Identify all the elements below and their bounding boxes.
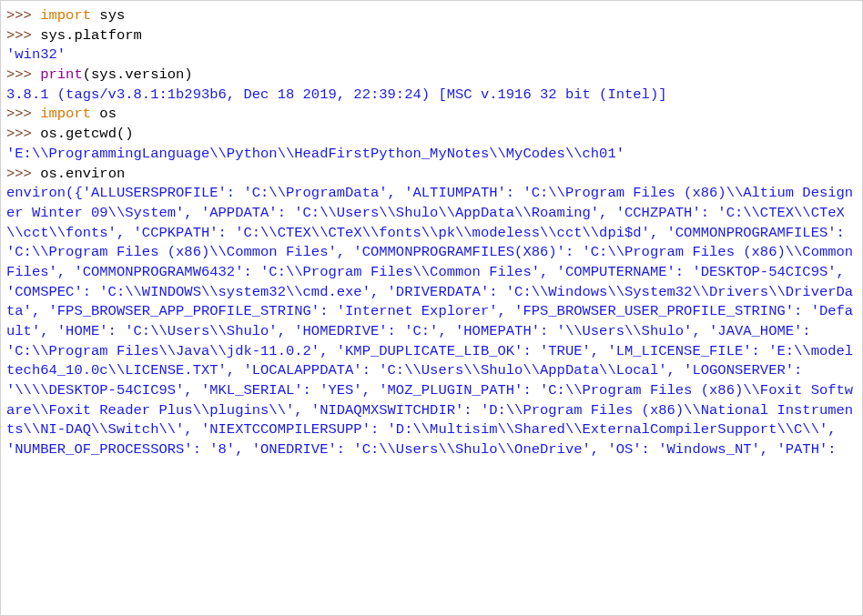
expr: os.getcwd()	[40, 126, 133, 142]
module-sys: sys	[99, 7, 125, 24]
repl-line-getcwd: >>> os.getcwd()	[6, 125, 857, 145]
output-text: environ({'ALLUSERSPROFILE': 'C:\\Program…	[6, 185, 861, 458]
repl-line-print-version: >>> print(sys.version)	[6, 66, 857, 86]
repl-output-platform: 'win32'	[6, 45, 857, 66]
repl-output-version: 3.8.1 (tags/v3.8.1:1b293b6, Dec 18 2019,…	[6, 86, 857, 106]
prompt: >>>	[6, 7, 40, 24]
keyword-import: import	[40, 7, 91, 24]
output-text: 'win32'	[6, 46, 66, 63]
space	[91, 106, 99, 122]
prompt: >>>	[6, 106, 40, 122]
prompt: >>>	[6, 27, 40, 44]
module-os: os	[99, 106, 117, 122]
output-text: 'E:\\ProgrammingLanguage\\Python\\HeadFi…	[6, 146, 624, 162]
repl-line-import-sys: >>> import sys	[6, 6, 857, 26]
repl-output-environ: environ({'ALLUSERSPROFILE': 'C:\\Program…	[6, 184, 857, 460]
repl-output-cwd: 'E:\\ProgrammingLanguage\\Python\\HeadFi…	[6, 145, 857, 165]
prompt: >>>	[6, 66, 40, 83]
expr: os.environ	[40, 166, 125, 182]
prompt: >>>	[6, 126, 40, 142]
output-text: 3.8.1 (tags/v3.8.1:1b293b6, Dec 18 2019,…	[6, 86, 667, 103]
expr: sys.platform	[40, 27, 142, 44]
space	[91, 7, 99, 24]
repl-line-import-os: >>> import os	[6, 105, 857, 125]
prompt: >>>	[6, 166, 40, 182]
func-print: print	[40, 66, 83, 83]
args: (sys.version)	[83, 66, 193, 83]
repl-line-environ: >>> os.environ	[6, 165, 857, 185]
keyword-import: import	[40, 106, 91, 122]
repl-line-sys-platform: >>> sys.platform	[6, 26, 857, 46]
